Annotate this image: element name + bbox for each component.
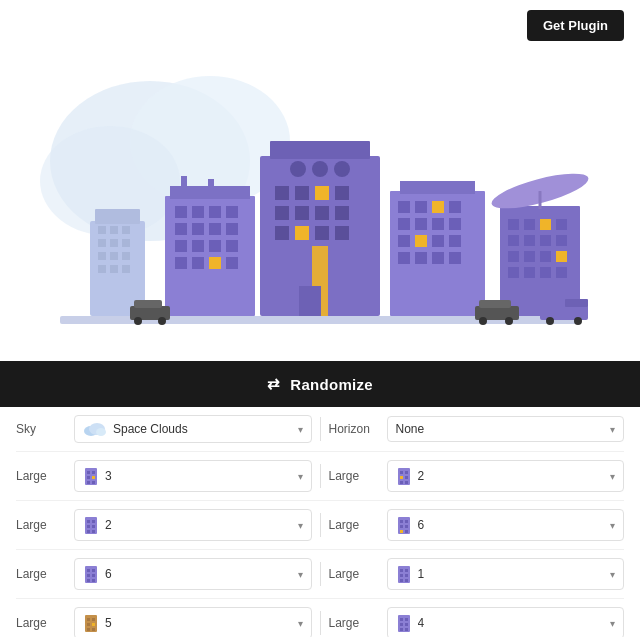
svg-rect-48 [192,240,204,252]
svg-rect-90 [508,267,519,278]
horizon-select[interactable]: None ▾ [387,416,625,442]
top-bar: Get Plugin [0,0,640,51]
control-row-large-3: Large [16,550,624,599]
large-3-left-select[interactable]: 6 ▾ [74,558,312,590]
get-plugin-button[interactable]: Get Plugin [527,10,624,41]
svg-rect-8 [122,226,130,234]
svg-rect-15 [98,265,106,273]
large-2-left-chevron: ▾ [298,520,303,531]
svg-rect-91 [524,267,535,278]
large-2-right-select[interactable]: 6 ▾ [387,509,625,541]
large-3-right-chevron: ▾ [610,569,615,580]
svg-rect-117 [400,471,403,474]
svg-rect-34 [335,226,349,240]
large-1-left-label: Large [16,469,66,483]
svg-rect-26 [335,186,349,200]
svg-rect-103 [565,299,588,307]
large-1-right-value: 2 [418,469,425,483]
svg-rect-14 [122,252,130,260]
svg-rect-134 [405,525,408,528]
large-3-right-value: 1 [418,567,425,581]
large-3-right-select[interactable]: 1 ▾ [387,558,625,590]
large-1-left-chevron: ▾ [298,471,303,482]
svg-rect-17 [122,265,130,273]
svg-rect-163 [400,628,403,631]
svg-rect-7 [110,226,118,234]
svg-rect-127 [92,525,95,528]
svg-rect-155 [92,623,95,626]
svg-rect-44 [192,223,204,235]
svg-point-104 [546,317,554,325]
building-icon-r2 [396,515,412,535]
svg-rect-92 [540,267,551,278]
large-1-left-select[interactable]: 3 ▾ [74,460,312,492]
control-row-large-4: Large [16,599,624,637]
svg-rect-62 [449,201,461,213]
svg-rect-150 [405,579,408,582]
control-row-large-1: Large [16,452,624,501]
svg-rect-142 [87,579,90,582]
horizon-label: Horizon [329,422,379,436]
svg-rect-51 [175,257,187,269]
svg-point-21 [312,161,328,177]
svg-rect-113 [92,476,95,479]
svg-rect-63 [398,218,410,230]
svg-rect-32 [295,226,309,240]
svg-rect-152 [87,618,90,621]
building-icon-3 [83,564,99,584]
svg-rect-123 [85,517,97,534]
randomize-label: Randomize [290,376,373,393]
svg-rect-89 [556,251,567,262]
svg-point-108 [96,428,106,436]
svg-point-101 [505,317,513,325]
svg-rect-64 [415,218,427,230]
svg-rect-154 [87,623,90,626]
svg-rect-133 [400,525,403,528]
svg-rect-99 [479,300,511,308]
svg-point-105 [574,317,582,325]
large-4-right-select[interactable]: 4 ▾ [387,607,625,637]
svg-rect-126 [87,525,90,528]
svg-rect-110 [87,471,90,474]
large-2-left-select[interactable]: 2 ▾ [74,509,312,541]
svg-rect-114 [87,481,90,484]
large-4-left-select[interactable]: 5 ▾ [74,607,312,637]
svg-rect-109 [85,468,97,485]
svg-rect-47 [175,240,187,252]
svg-rect-125 [92,520,95,523]
large-3-left-value: 6 [105,567,112,581]
large-2-right-value: 6 [418,518,425,532]
large-2-right-chevron: ▾ [610,520,615,531]
horizon-chevron: ▾ [610,424,615,435]
svg-rect-128 [87,530,90,533]
building-icon-r4 [396,613,412,633]
svg-rect-140 [87,574,90,577]
svg-rect-72 [415,252,427,264]
building-icon-r1 [396,466,412,486]
svg-rect-122 [405,481,408,484]
svg-rect-73 [432,252,444,264]
svg-rect-137 [85,566,97,583]
svg-rect-84 [540,235,551,246]
svg-rect-138 [87,569,90,572]
svg-point-97 [158,317,166,325]
large-1-right-select[interactable]: 2 ▾ [387,460,625,492]
svg-rect-25 [315,186,329,200]
svg-rect-71 [398,252,410,264]
illustration-area [0,51,640,361]
sky-select[interactable]: Space Clouds ▾ [74,415,312,443]
large-2-left-label: Large [16,518,66,532]
svg-rect-160 [405,618,408,621]
randomize-bar[interactable]: ⇄ Randomize [0,361,640,407]
svg-rect-5 [95,209,140,224]
svg-rect-39 [175,206,187,218]
large-3-left-chevron: ▾ [298,569,303,580]
svg-rect-24 [295,186,309,200]
svg-rect-129 [92,530,95,533]
svg-rect-82 [508,235,519,246]
svg-rect-12 [98,252,106,260]
svg-rect-81 [556,219,567,230]
svg-point-96 [134,317,142,325]
svg-rect-79 [524,219,535,230]
svg-rect-53 [209,257,221,269]
